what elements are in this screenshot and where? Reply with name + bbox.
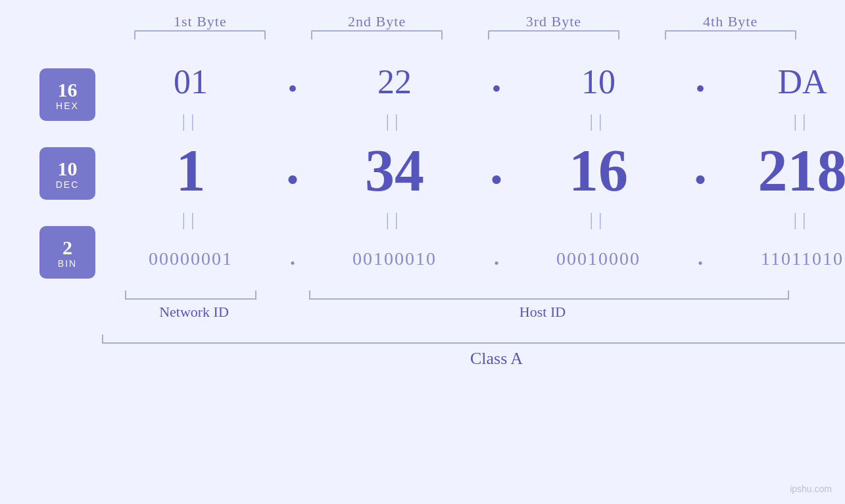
dec-dot1: . [279, 139, 306, 202]
hex-byte2: 22 [306, 62, 483, 101]
bin-badge-label: BIN [58, 258, 77, 269]
network-id-bracket [125, 290, 256, 300]
parallel-2-b3: || [510, 209, 687, 230]
hex-dot1: . [279, 58, 306, 104]
top-bracket-3 [488, 30, 619, 39]
top-bracket-1 [134, 30, 266, 39]
byte1-header: 1st Byte [112, 13, 289, 30]
values-grid: 01 . 22 . 10 . DA || || || || 1 . [102, 55, 845, 369]
bin-byte3: 00010000 [510, 248, 687, 269]
hex-badge: 16 HEX [39, 68, 95, 121]
base-labels-column: 16 HEX 10 DEC 2 BIN [39, 55, 95, 279]
hex-byte3: 10 [510, 62, 687, 101]
parallel-2-b2: || [306, 209, 483, 230]
parallel-1-b4: || [713, 110, 845, 131]
bin-dot3: . [687, 247, 713, 271]
parallel-1-b3: || [510, 110, 687, 131]
bottom-brackets-row: Network ID Host ID [102, 290, 845, 327]
dec-dot2: . [483, 139, 510, 202]
hex-byte4: DA [713, 62, 845, 101]
bracket-cell-4 [642, 30, 819, 42]
top-bracket-2 [311, 30, 443, 39]
bin-dot2: . [483, 247, 510, 271]
bin-byte1: 00000001 [102, 248, 279, 269]
parallel-1-b1: || [102, 110, 279, 131]
main-container: 1st Byte 2nd Byte 3rd Byte 4th Byte 16 H… [0, 0, 845, 504]
watermark: ipshu.com [790, 484, 832, 494]
parallel-1-b2: || [306, 110, 483, 131]
dec-byte2: 34 [306, 137, 483, 204]
dec-values-row: 1 . 34 . 16 . 218 [102, 134, 845, 206]
dec-badge: 10 DEC [39, 147, 95, 200]
hex-dot2: . [483, 58, 510, 104]
byte4-header: 4th Byte [642, 13, 819, 30]
class-a-label: Class A [102, 349, 845, 369]
network-id-label: Network ID [141, 304, 247, 321]
dec-badge-label: DEC [56, 179, 80, 190]
dec-dot3: . [687, 139, 713, 202]
byte3-header: 3rd Byte [466, 13, 642, 30]
bracket-cell-1 [112, 30, 289, 42]
byte2-header: 2nd Byte [289, 13, 466, 30]
host-id-label: Host ID [490, 304, 595, 321]
dec-byte3: 16 [510, 137, 687, 204]
hex-dot3: . [687, 58, 713, 104]
hex-values-row: 01 . 22 . 10 . DA [102, 55, 845, 108]
class-a-section: Class A [102, 334, 845, 369]
bin-byte4: 11011010 [713, 248, 845, 269]
top-bracket-row [26, 30, 819, 42]
hex-badge-num: 16 [58, 79, 78, 101]
bracket-cell-3 [466, 30, 642, 42]
parallel-2-b4: || [713, 209, 845, 230]
bin-badge: 2 BIN [39, 226, 95, 279]
bin-values-row: 00000001 . 00100010 . 00010000 . 1101101… [102, 233, 845, 285]
dec-badge-num: 10 [58, 158, 78, 179]
byte-headers-row: 1st Byte 2nd Byte 3rd Byte 4th Byte [26, 13, 819, 30]
bin-byte2: 00100010 [306, 248, 483, 269]
parallel-row-2: || || || || [102, 206, 845, 233]
parallel-2-b1: || [102, 209, 279, 230]
top-bracket-4 [665, 30, 796, 39]
dec-byte1: 1 [102, 137, 279, 204]
main-values-area: 16 HEX 10 DEC 2 BIN 01 . 22 [26, 55, 819, 369]
hex-byte1: 01 [102, 62, 279, 101]
host-id-bracket [309, 290, 789, 300]
class-a-bracket [102, 334, 845, 344]
bracket-cell-2 [289, 30, 466, 42]
bin-dot1: . [279, 247, 306, 271]
dec-byte4: 218 [713, 137, 845, 204]
parallel-row-1: || || || || [102, 108, 845, 134]
bin-badge-num: 2 [62, 237, 72, 258]
hex-badge-label: HEX [56, 101, 79, 111]
